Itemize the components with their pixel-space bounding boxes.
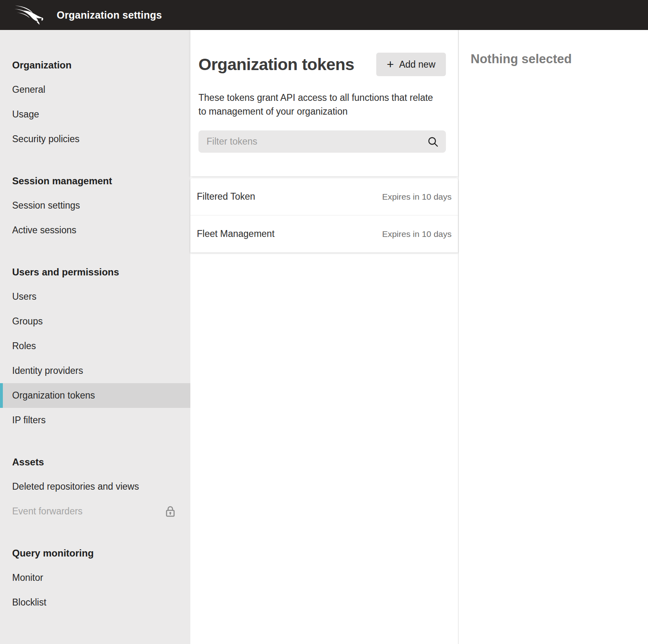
section-header-users-permissions: Users and permissions	[0, 260, 190, 284]
window-title: Organization settings	[57, 9, 162, 21]
sidebar-item-label: Organization tokens	[12, 390, 95, 401]
sidebar-item-groups[interactable]: Groups	[0, 309, 190, 334]
filter-field-wrap	[198, 130, 446, 153]
sidebar-item-blocklist[interactable]: Blocklist	[0, 590, 190, 615]
empty-state-message: Nothing selected	[471, 52, 648, 66]
sidebar-item-security-policies[interactable]: Security policies	[0, 127, 190, 151]
sidebar-item-label: Security policies	[12, 134, 79, 145]
sidebar-item-identity-providers[interactable]: Identity providers	[0, 358, 190, 383]
sidebar-item-usage[interactable]: Usage	[0, 102, 190, 127]
tokens-description: These tokens grant API access to all fun…	[198, 91, 441, 118]
sidebar-item-label: General	[12, 84, 45, 95]
sidebar-item-label: Users	[12, 291, 36, 302]
section-header-session-management: Session management	[0, 168, 190, 193]
sidebar-item-label: Monitor	[12, 572, 43, 583]
token-list: Filtered Token Expires in 10 days Fleet …	[190, 178, 458, 253]
search-icon	[427, 136, 439, 147]
tokens-panel: Organization tokens + Add new These toke…	[190, 30, 458, 644]
sidebar-section-assets: Assets Deleted repositories and views Ev…	[0, 450, 190, 524]
add-new-button-label: Add new	[399, 59, 435, 70]
token-row-filtered-token[interactable]: Filtered Token Expires in 10 days	[190, 178, 458, 215]
plus-icon: +	[387, 58, 394, 70]
token-name: Filtered Token	[197, 191, 255, 202]
sidebar-item-active-sessions[interactable]: Active sessions	[0, 218, 190, 243]
detail-panel: Nothing selected	[458, 30, 648, 644]
sidebar-item-organization-tokens[interactable]: Organization tokens	[0, 383, 190, 408]
sidebar-item-label: Identity providers	[12, 365, 83, 376]
sidebar-item-monitor[interactable]: Monitor	[0, 565, 190, 590]
sidebar-item-label: Usage	[12, 109, 39, 120]
app-body: Organization General Usage Security poli…	[0, 30, 648, 644]
sidebar-item-label: Session settings	[12, 200, 80, 211]
sidebar-item-label: Event forwarders	[12, 506, 83, 517]
sidebar-item-users[interactable]: Users	[0, 284, 190, 309]
sidebar-section-session-management: Session management Session settings Acti…	[0, 168, 190, 243]
section-header-query-monitoring: Query monitoring	[0, 541, 190, 565]
sidebar-item-ip-filters[interactable]: IP filters	[0, 408, 190, 433]
sidebar-item-label: Groups	[12, 316, 43, 327]
token-expiry: Expires in 10 days	[382, 229, 452, 239]
sidebar-item-label: Blocklist	[12, 597, 46, 608]
tokens-panel-header: Organization tokens + Add new These toke…	[190, 30, 458, 176]
section-header-assets: Assets	[0, 450, 190, 474]
sidebar-section-users-permissions: Users and permissions Users Groups Roles…	[0, 260, 190, 433]
sidebar-item-event-forwarders: Event forwarders	[0, 499, 190, 524]
sidebar-item-deleted-repositories[interactable]: Deleted repositories and views	[0, 474, 190, 499]
top-bar: Organization settings	[0, 0, 648, 30]
sidebar-section-query-monitoring: Query monitoring Monitor Blocklist	[0, 541, 190, 615]
section-header-organization: Organization	[0, 53, 190, 77]
add-new-button[interactable]: + Add new	[376, 53, 446, 76]
page-title: Organization tokens	[198, 54, 354, 75]
sidebar-section-organization: Organization General Usage Security poli…	[0, 53, 190, 151]
sidebar-item-label: Active sessions	[12, 225, 77, 236]
token-name: Fleet Management	[197, 228, 275, 239]
sidebar-item-general[interactable]: General	[0, 77, 190, 102]
filter-tokens-input[interactable]	[198, 130, 446, 153]
sidebar-item-roles[interactable]: Roles	[0, 334, 190, 358]
sidebar-item-label: IP filters	[12, 415, 46, 426]
token-row-fleet-management[interactable]: Fleet Management Expires in 10 days	[190, 215, 458, 253]
sidebar-item-session-settings[interactable]: Session settings	[0, 193, 190, 218]
sidebar-item-label: Roles	[12, 341, 36, 352]
lock-icon	[165, 505, 176, 518]
token-expiry: Expires in 10 days	[382, 192, 452, 202]
sidebar-item-label: Deleted repositories and views	[12, 481, 139, 492]
settings-sidebar: Organization General Usage Security poli…	[0, 30, 190, 644]
crowdstrike-falcon-icon	[14, 4, 45, 26]
